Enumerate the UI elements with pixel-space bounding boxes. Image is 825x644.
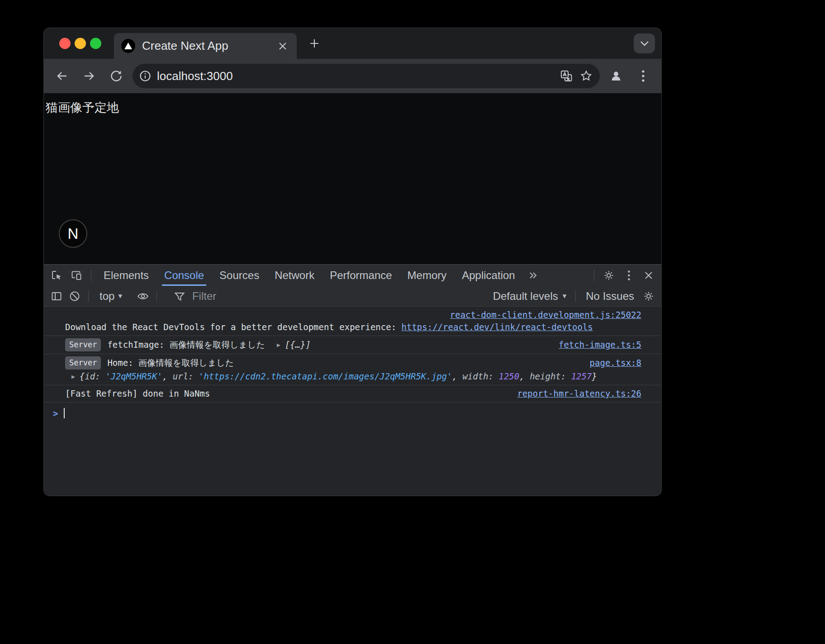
toolbar-divider	[575, 290, 576, 302]
console-message: Server fetchImage: 画像情報を取得しました ▶ [{…}] f…	[44, 336, 661, 354]
console-message: [Fast Refresh] done in NaNms report-hmr-…	[44, 385, 661, 402]
tab-strip: Create Next App	[44, 28, 661, 59]
traffic-lights	[59, 38, 101, 49]
forward-icon[interactable]	[78, 65, 100, 87]
browser-window: Create Next App	[44, 28, 661, 496]
message-text: Home: 画像情報を取得しました	[107, 357, 234, 369]
chevron-down-icon: ▾	[563, 292, 567, 300]
tab-search-chevron-button[interactable]	[634, 33, 655, 53]
site-info-icon[interactable]	[136, 67, 154, 85]
toolbar-divider	[88, 290, 89, 302]
source-link[interactable]: react-dom-client.development.js:25022	[450, 310, 641, 320]
bookmark-star-icon[interactable]	[576, 66, 596, 86]
text-cursor	[64, 408, 65, 418]
devtools-menu-dots-icon[interactable]	[619, 265, 639, 286]
devtools-close-icon[interactable]	[639, 265, 659, 286]
server-badge: Server	[65, 356, 101, 369]
tab-console[interactable]: Console	[156, 265, 212, 286]
reload-icon[interactable]	[105, 65, 127, 87]
object-preview[interactable]: {id: 'J2qM5HR5K', url: 'https://cdn2.the…	[80, 370, 597, 383]
clear-console-icon[interactable]	[66, 287, 84, 305]
nextjs-logo-letter: N	[68, 225, 79, 242]
console-prompt[interactable]: >	[44, 402, 661, 424]
console-settings-gear-icon[interactable]	[640, 287, 658, 305]
url-text: localhost:3000	[157, 69, 233, 83]
js-context-selector[interactable]: top ▾	[95, 290, 127, 303]
toolbar-divider	[594, 270, 594, 281]
live-expression-eye-icon[interactable]	[134, 287, 152, 305]
back-icon[interactable]	[51, 65, 73, 87]
log-levels-label: Default levels	[493, 290, 558, 303]
source-link[interactable]: report-hmr-latency.ts:26	[517, 388, 641, 400]
log-levels-dropdown[interactable]: Default levels ▾	[488, 290, 571, 303]
inspect-element-icon[interactable]	[47, 265, 66, 286]
server-badge: Server	[65, 338, 101, 351]
minimize-window-button[interactable]	[75, 38, 86, 49]
close-window-button[interactable]	[59, 38, 71, 49]
page-viewport: 猫画像予定地 N	[44, 93, 661, 264]
console-filter	[171, 287, 488, 305]
more-tabs-icon[interactable]	[523, 265, 543, 286]
tab-network[interactable]: Network	[267, 265, 322, 286]
filter-input[interactable]	[192, 290, 418, 303]
new-tab-button[interactable]	[305, 34, 324, 53]
device-toolbar-icon[interactable]	[66, 265, 86, 286]
devtools-tabbar-right	[589, 265, 659, 286]
page-heading: 猫画像予定地	[44, 93, 661, 116]
console-toolbar: top ▾ Default levels ▾	[44, 286, 661, 307]
message-text-line: Download the React DevTools for a better…	[65, 321, 641, 333]
console-log-area[interactable]: react-dom-client.development.js:25022 Do…	[44, 307, 661, 496]
browser-tab[interactable]: Create Next App	[114, 33, 297, 59]
nextjs-dev-indicator-button[interactable]: N	[59, 219, 87, 248]
prompt-chevron-icon: >	[53, 408, 58, 418]
object-preview-line: ▶ {id: 'J2qM5HR5K', url: 'https://cdn2.t…	[65, 370, 641, 383]
profile-avatar-icon[interactable]	[605, 65, 627, 87]
array-preview[interactable]: [{…}]	[285, 339, 311, 351]
translate-icon[interactable]	[556, 66, 576, 86]
console-message: react-dom-client.development.js:25022 Do…	[44, 307, 661, 336]
tab-application[interactable]: Application	[454, 265, 522, 286]
tab-memory[interactable]: Memory	[400, 265, 455, 286]
toolbar-divider	[156, 290, 157, 302]
url-bar[interactable]: localhost:3000	[133, 64, 600, 88]
tab-close-icon[interactable]	[275, 38, 290, 54]
tab-sources[interactable]: Sources	[212, 265, 267, 286]
chevron-down-icon: ▾	[118, 292, 122, 300]
devtools-settings-gear-icon[interactable]	[599, 265, 619, 286]
maximize-window-button[interactable]	[90, 38, 101, 49]
browser-menu-dots-icon[interactable]	[632, 65, 654, 87]
tab-elements[interactable]: Elements	[96, 265, 156, 286]
devtools-panel: Elements Console Sources Network Perform…	[44, 264, 661, 496]
toolbar-divider	[91, 270, 91, 281]
tab-title: Create Next App	[142, 39, 275, 53]
console-sidebar-toggle-icon[interactable]	[47, 287, 66, 305]
filter-funnel-icon	[171, 287, 189, 305]
message-text: Download the React DevTools for a better…	[65, 322, 402, 332]
source-link[interactable]: page.tsx:8	[590, 357, 641, 369]
message-text: fetchImage: 画像情報を取得しました	[107, 339, 265, 351]
react-devtools-link[interactable]: https://react.dev/link/react-devtools	[402, 322, 593, 332]
browser-toolbar: localhost:3000	[44, 59, 661, 93]
message-text: [Fast Refresh] done in NaNms	[65, 388, 210, 400]
expand-arrow-icon[interactable]: ▶	[71, 370, 75, 383]
console-message: Server Home: 画像情報を取得しました page.tsx:8 ▶ {i…	[44, 354, 661, 385]
devtools-tabbar: Elements Console Sources Network Perform…	[44, 265, 661, 286]
vercel-triangle-icon	[121, 39, 135, 53]
tab-performance[interactable]: Performance	[322, 265, 399, 286]
issues-counter[interactable]: No Issues	[580, 290, 640, 303]
source-link[interactable]: fetch-image.ts:5	[559, 339, 641, 351]
expand-arrow-icon[interactable]: ▶	[277, 339, 280, 351]
js-context-label: top	[100, 290, 114, 303]
